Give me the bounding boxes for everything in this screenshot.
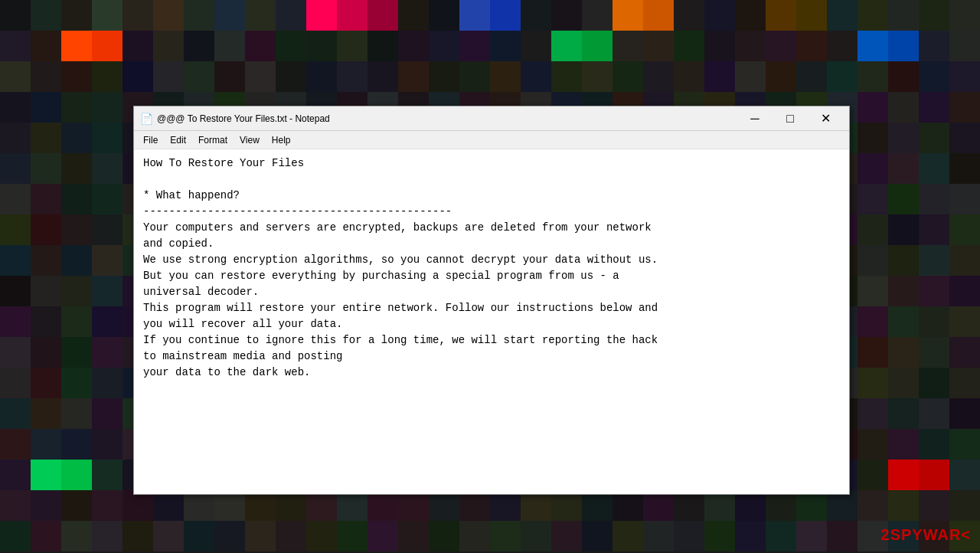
menu-edit[interactable]: Edit <box>164 133 192 147</box>
watermark-text: 2SPYWAR< <box>881 526 971 543</box>
menu-bar: File Edit Format View Help <box>134 131 849 149</box>
menu-help[interactable]: Help <box>266 133 297 147</box>
notepad-window: 📄 @@@ To Restore Your Files.txt - Notepa… <box>133 106 850 495</box>
title-bar: 📄 @@@ To Restore Your Files.txt - Notepa… <box>134 106 849 131</box>
close-button[interactable]: ✕ <box>808 106 843 131</box>
maximize-button[interactable]: □ <box>773 106 808 131</box>
notepad-icon: 📄 <box>140 113 152 125</box>
window-controls: ─ □ ✕ <box>737 106 843 131</box>
menu-file[interactable]: File <box>137 133 164 147</box>
notepad-content-area[interactable]: How To Restore Your Files * What happend… <box>134 149 849 494</box>
menu-format[interactable]: Format <box>192 133 234 147</box>
site-watermark: 2SPYWAR< <box>881 526 971 544</box>
minimize-button[interactable]: ─ <box>737 106 773 131</box>
window-title: @@@ To Restore Your Files.txt - Notepad <box>157 113 737 124</box>
menu-view[interactable]: View <box>234 133 266 147</box>
